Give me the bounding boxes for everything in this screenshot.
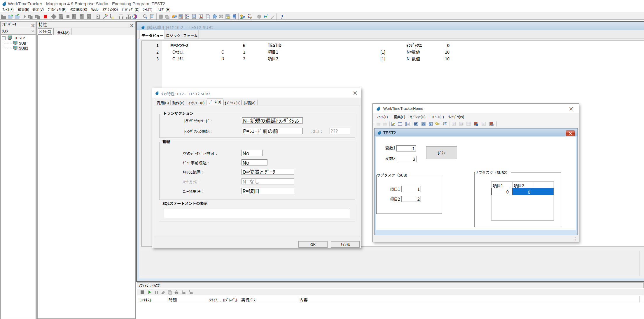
svg-text:?: ?: [281, 14, 284, 20]
svg-text:?: ?: [193, 15, 194, 18]
